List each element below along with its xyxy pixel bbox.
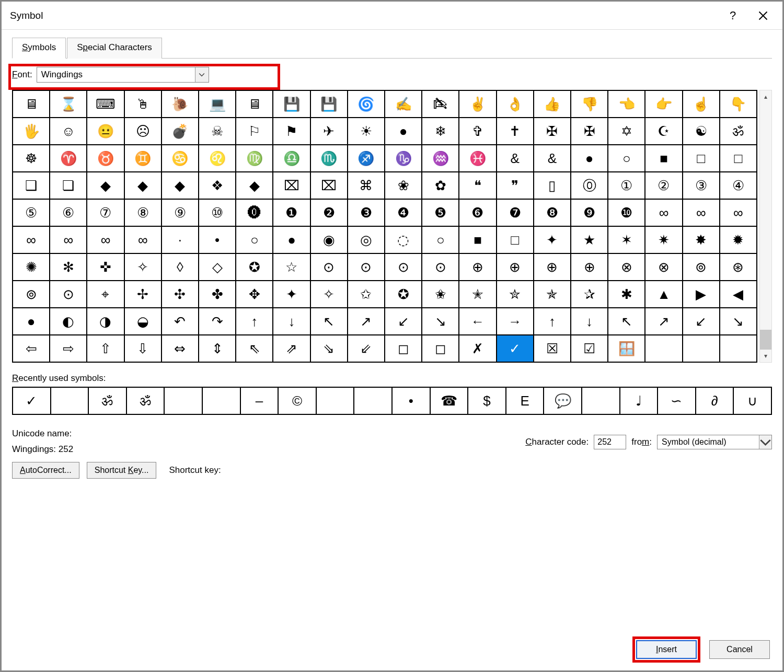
symbol-cell[interactable]: ■ — [645, 145, 683, 172]
symbol-cell[interactable]: ✺ — [13, 254, 50, 281]
tab-special-characters[interactable]: Special Characters — [67, 38, 162, 59]
symbol-cell[interactable]: ④ — [720, 172, 757, 200]
symbol-cell[interactable]: ↶ — [162, 308, 199, 335]
recent-symbol-cell[interactable] — [354, 388, 393, 415]
symbol-cell[interactable]: ↖ — [608, 308, 645, 335]
symbol-cell[interactable]: ⇦ — [13, 335, 50, 363]
symbol-cell[interactable]: ❷ — [311, 200, 348, 227]
symbol-cell[interactable]: ❀ — [385, 172, 422, 200]
symbol-cell[interactable]: ⌨ — [87, 91, 124, 118]
symbol-cell[interactable]: ✰ — [571, 281, 608, 308]
symbol-cell[interactable]: ❹ — [385, 200, 422, 227]
symbol-cell[interactable]: ♓ — [459, 145, 497, 172]
symbol-cell[interactable]: ⌛ — [50, 91, 87, 118]
symbol-cell[interactable]: ⊙ — [348, 254, 385, 281]
symbol-cell[interactable]: ⊗ — [608, 254, 645, 281]
symbol-cell[interactable]: ● — [571, 145, 608, 172]
symbol-cell[interactable]: → — [497, 308, 534, 335]
symbol-cell[interactable]: ✢ — [125, 281, 162, 308]
symbol-cell[interactable]: ⊙ — [422, 254, 459, 281]
symbol-cell[interactable]: ● — [273, 227, 310, 254]
symbol-cell[interactable]: ◌ — [385, 227, 422, 254]
symbol-cell[interactable]: ❻ — [459, 200, 497, 227]
symbol-cell[interactable]: ♐ — [348, 145, 385, 172]
symbol-cell[interactable]: ◑ — [87, 308, 124, 335]
symbol-cell[interactable]: ☑ — [571, 335, 608, 363]
symbol-cell[interactable]: ↷ — [199, 308, 236, 335]
symbol-cell[interactable]: ✹ — [720, 227, 757, 254]
symbol-cell[interactable]: ⓿ — [236, 200, 273, 227]
symbol-cell[interactable]: ⇔ — [162, 335, 199, 363]
symbol-cell[interactable]: ✩ — [348, 281, 385, 308]
recent-symbol-cell[interactable]: E — [506, 388, 545, 415]
recent-symbol-cell[interactable]: 💬 — [544, 388, 582, 415]
symbol-cell[interactable] — [683, 335, 720, 363]
symbol-cell[interactable]: ⇖ — [236, 335, 273, 363]
symbol-cell[interactable]: ☸ — [13, 145, 50, 172]
symbol-cell[interactable]: ▯ — [534, 172, 571, 200]
symbol-grid-scrollbar[interactable]: ▴ ▾ — [759, 90, 772, 363]
recent-symbol-cell[interactable]: ∂ — [696, 388, 734, 415]
symbol-cell[interactable]: 🌀 — [348, 91, 385, 118]
symbol-cell[interactable]: ⇧ — [87, 335, 124, 363]
font-select-dropdown-button[interactable] — [195, 67, 209, 82]
symbol-cell[interactable]: ⊕ — [497, 254, 534, 281]
autocorrect-button[interactable]: AutoCorrect... — [12, 462, 79, 479]
symbol-cell[interactable]: ↓ — [273, 308, 310, 335]
symbol-cell[interactable]: ♑ — [385, 145, 422, 172]
symbol-cell[interactable]: ❄ — [422, 118, 459, 145]
symbol-cell[interactable]: ◎ — [348, 227, 385, 254]
symbol-cell[interactable]: ✪ — [385, 281, 422, 308]
recent-symbol-cell[interactable]: • — [393, 388, 431, 415]
symbol-cell[interactable]: ♊ — [125, 145, 162, 172]
symbol-cell[interactable]: ☝ — [683, 91, 720, 118]
symbol-cell[interactable]: ⌘ — [348, 172, 385, 200]
symbol-cell[interactable]: & — [497, 145, 534, 172]
symbol-cell[interactable]: 🖐 — [13, 118, 50, 145]
symbol-cell[interactable]: ∞ — [87, 227, 124, 254]
symbol-cell[interactable]: 🖥 — [13, 91, 50, 118]
symbol-cell[interactable]: ✦ — [534, 227, 571, 254]
symbol-cell[interactable] — [720, 335, 757, 363]
character-code-input[interactable] — [594, 435, 626, 449]
recent-symbol-cell[interactable]: $ — [468, 388, 506, 415]
symbol-cell[interactable]: ⌖ — [87, 281, 124, 308]
symbol-cell[interactable]: ⌧ — [311, 172, 348, 200]
symbol-cell[interactable]: ◐ — [50, 308, 87, 335]
symbol-cell[interactable]: ⊙ — [385, 254, 422, 281]
recent-symbol-cell[interactable]: ॐ — [89, 388, 127, 415]
symbol-cell[interactable]: ✝ — [497, 118, 534, 145]
symbol-cell[interactable]: ♒ — [422, 145, 459, 172]
symbol-cell[interactable]: ◀ — [720, 281, 757, 308]
symbol-cell[interactable]: ❑ — [13, 172, 50, 200]
symbol-cell[interactable]: ↗ — [645, 308, 683, 335]
symbol-cell[interactable]: ✻ — [50, 254, 87, 281]
symbol-cell[interactable]: ⊙ — [50, 281, 87, 308]
recent-symbol-cell[interactable]: ॐ — [127, 388, 165, 415]
symbol-cell[interactable]: ⊗ — [645, 254, 683, 281]
recent-symbol-cell[interactable] — [51, 388, 89, 415]
symbol-cell[interactable]: ◆ — [125, 172, 162, 200]
symbol-cell[interactable]: ↖ — [311, 308, 348, 335]
recent-symbol-cell[interactable] — [582, 388, 620, 415]
symbol-cell[interactable]: ● — [385, 118, 422, 145]
symbol-cell[interactable]: ⊕ — [571, 254, 608, 281]
symbol-cell[interactable]: ✥ — [236, 281, 273, 308]
symbol-cell[interactable]: ✞ — [459, 118, 497, 145]
symbol-cell[interactable]: ♌ — [199, 145, 236, 172]
symbol-cell[interactable]: ✪ — [236, 254, 273, 281]
symbol-cell[interactable]: ✣ — [162, 281, 199, 308]
symbol-cell[interactable]: ↘ — [720, 308, 757, 335]
shortcut-key-button[interactable]: Shortcut Key... — [87, 462, 157, 479]
symbol-cell[interactable]: ❞ — [497, 172, 534, 200]
symbol-cell[interactable]: 👎 — [571, 91, 608, 118]
symbol-cell[interactable]: ⑩ — [199, 200, 236, 227]
symbol-cell[interactable]: • — [199, 227, 236, 254]
symbol-cell[interactable]: ∞ — [683, 200, 720, 227]
symbol-cell[interactable]: ◊ — [162, 254, 199, 281]
symbol-cell[interactable]: ☺ — [50, 118, 87, 145]
symbol-cell[interactable]: ✬ — [422, 281, 459, 308]
symbol-cell[interactable]: ♍ — [236, 145, 273, 172]
symbol-cell[interactable]: 👇 — [720, 91, 757, 118]
cancel-button[interactable]: Cancel — [709, 640, 770, 659]
